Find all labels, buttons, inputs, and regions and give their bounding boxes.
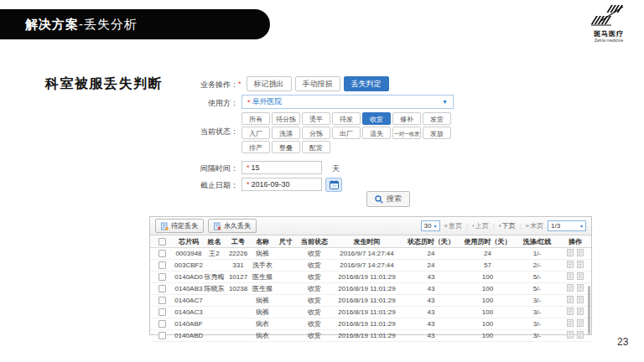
cell-item: 医生服 [251,283,274,295]
cell-actions [559,283,591,295]
pending-loss-icon[interactable] [567,284,574,292]
row-checkbox[interactable] [158,320,166,328]
status-option[interactable]: 分拣 [302,127,330,139]
status-option[interactable]: 烫平 [302,112,330,125]
column-header[interactable]: 名称 [251,235,274,248]
pending-loss-icon[interactable] [567,296,574,303]
column-header[interactable]: 芯片码 [174,235,203,248]
status-option[interactable]: 所有 [242,112,270,125]
row-checkbox[interactable] [158,308,166,316]
permanent-loss-icon[interactable] [577,272,584,280]
pending-loss-button[interactable]: 待定丢失 [155,219,204,233]
status-option[interactable]: 待发 [332,112,361,125]
status-option[interactable]: 整叠 [272,141,300,153]
cell-chip[interactable]: 0140ABD [174,330,203,342]
row-checkbox[interactable] [158,250,166,257]
cell-chip[interactable]: 0140AB3 [174,283,203,295]
prev-page-icon: ‹ [472,222,475,230]
pending-loss-icon[interactable] [567,319,574,327]
status-option[interactable]: 收货 [362,112,391,125]
permanent-loss-icon[interactable] [577,319,584,327]
deadline-input[interactable]: * 2016-09-30 [242,178,322,191]
status-option[interactable]: 排产 [242,141,270,153]
permanent-loss-icon[interactable] [577,296,584,303]
cell-status: 收货 [297,283,332,295]
cell-usage_days: 57 [460,260,515,272]
column-header[interactable]: 姓名 [203,235,226,248]
cell-actions [559,260,591,272]
column-header[interactable]: 洗涤/红线 [515,235,559,248]
permanent-loss-icon[interactable] [577,261,584,268]
status-option[interactable]: 发货 [423,112,451,125]
cell-chip[interactable]: 0140AC7 [174,295,203,307]
column-header[interactable]: 使用历时（天） [460,235,515,248]
status-option[interactable]: 配货 [302,141,330,153]
permanent-loss-icon [214,222,221,230]
cell-chip[interactable]: 0003948 [174,248,203,260]
last-page-link[interactable]: » 末页 [526,221,543,230]
logo-subtitle: Zebra medicine [582,38,636,43]
column-header[interactable]: 工号 [226,235,251,248]
pending-loss-icon [161,222,169,230]
permanent-loss-icon[interactable] [577,308,584,315]
cell-status: 收货 [297,318,332,330]
operation-button[interactable]: 标记挑出 [247,76,292,91]
column-header[interactable]: 状态历时（天） [402,235,460,248]
pending-loss-icon[interactable] [567,272,574,280]
calendar-button[interactable] [325,178,342,192]
row-checkbox[interactable] [158,297,166,304]
column-header[interactable]: 当前状态 [297,235,332,248]
page-indicator-select[interactable]: 1/3 ▾ [548,220,586,231]
row-checkbox[interactable] [158,261,166,269]
pending-loss-icon[interactable] [567,249,574,256]
status-option[interactable]: 待分拣 [272,112,300,125]
pending-loss-icon[interactable] [567,308,574,315]
operation-button[interactable]: 丢失判定 [344,76,389,91]
permanent-loss-icon[interactable] [577,249,584,256]
next-page-link[interactable]: › 下页 [499,221,516,230]
status-option[interactable]: 修补 [392,112,421,125]
column-header[interactable]: 操作 [559,235,591,248]
user-select[interactable]: * 阜外医院 ▼ [242,95,454,109]
slide-title-rest: -丢失分析 [79,17,138,33]
status-option[interactable]: 遗失 [362,127,391,139]
cell-time: 2016/8/19 11:01:29 [332,330,402,342]
cell-time: 2016/8/19 11:01:29 [332,307,402,318]
operation-button[interactable]: 手动报损 [295,76,340,91]
pending-loss-icon[interactable] [567,331,574,339]
permanent-loss-icon[interactable] [577,331,584,339]
interval-input[interactable]: * 15 [242,161,322,174]
pending-loss-icon[interactable] [567,261,574,268]
first-page-link[interactable]: « 首页 [444,221,462,230]
cell-chip[interactable]: 0140AC3 [174,307,203,318]
cell-emp_id: 10127 [226,272,251,283]
permanent-loss-icon[interactable] [577,284,584,292]
status-option[interactable]: 发放 [423,127,451,139]
table-scrollbar[interactable] [588,286,590,334]
cell-item: 洗手衣 [251,260,274,272]
status-label: 当前状态： [186,127,238,137]
cell-chip[interactable]: 0140ABF [174,318,203,330]
cell-name [203,330,226,342]
prev-page-link[interactable]: ‹ 上页 [472,221,489,230]
search-button[interactable]: 搜索 [366,191,410,207]
status-option[interactable]: 洗涤 [272,127,300,139]
divider: | [519,222,521,230]
column-header[interactable]: 尺寸 [274,235,297,248]
permanent-loss-button[interactable]: 永久丢失 [208,219,257,233]
row-checkbox[interactable] [158,273,166,281]
cell-usage_days: 100 [460,283,515,295]
status-option[interactable]: 一对一收发 [392,127,421,139]
row-checkbox[interactable] [158,285,166,292]
status-option[interactable]: 入厂 [242,127,270,139]
row-checkbox[interactable] [158,332,166,339]
cell-chip[interactable]: 0140AD0 [174,272,203,283]
table-row: 0140ABF病衣收货2016/8/19 11:01:29431003/- [150,318,591,330]
select-all-checkbox[interactable] [158,238,166,246]
cell-wash: 3/- [515,295,559,307]
cell-chip[interactable]: 003CBF2 [174,260,203,272]
page-size-select[interactable]: 30 ▾ [421,220,440,231]
column-header[interactable]: 发生时间 [332,235,402,248]
status-option[interactable]: 出厂 [332,127,361,139]
cell-status_days: 24 [402,260,460,272]
